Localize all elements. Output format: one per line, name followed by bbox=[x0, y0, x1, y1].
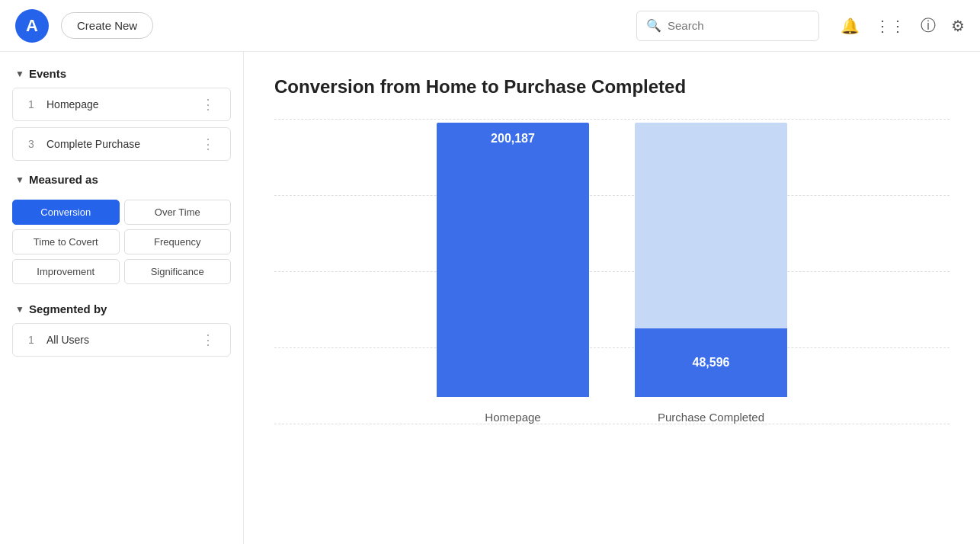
event-num-3: 3 bbox=[28, 138, 39, 150]
measured-chevron-icon: ▼ bbox=[15, 174, 24, 185]
app-header: A Create New 🔍 🔔 ⋮⋮ ⓘ ⚙ bbox=[0, 0, 980, 52]
segment-name-all-users: All Users bbox=[46, 334, 89, 346]
measure-btn-significance[interactable]: Significance bbox=[124, 259, 232, 284]
segmented-section-label: Segmented by bbox=[29, 302, 107, 315]
bar-value-homepage: 200,187 bbox=[491, 132, 535, 146]
search-icon: 🔍 bbox=[646, 18, 661, 33]
measure-btn-frequency[interactable]: Frequency bbox=[124, 229, 232, 254]
event-num-1: 1 bbox=[28, 98, 39, 110]
events-chevron-icon: ▼ bbox=[15, 69, 24, 79]
bar-homepage: 200,187 bbox=[437, 123, 589, 397]
events-section-header[interactable]: ▼ Events bbox=[0, 67, 243, 88]
segmented-section-header[interactable]: ▼ Segmented by bbox=[0, 302, 243, 323]
bar-xlabel-purchase: Purchase Completed bbox=[658, 411, 764, 424]
app-logo[interactable]: A bbox=[15, 9, 49, 43]
measured-section-label: Measured as bbox=[29, 173, 98, 186]
segmented-section: ▼ Segmented by 1 All Users ⋮ bbox=[0, 302, 243, 357]
chart-bars: 200,187 Homepage 48,596 bbox=[274, 119, 950, 424]
bar-wrapper-purchase: 48,596 bbox=[635, 123, 787, 397]
event-item-homepage[interactable]: 1 Homepage ⋮ bbox=[12, 88, 231, 121]
measured-section: ▼ Measured as Conversion Over Time Time … bbox=[0, 173, 243, 290]
sidebar: ▼ Events 1 Homepage ⋮ 3 Complete Purchas… bbox=[0, 52, 244, 544]
grid-icon[interactable]: ⋮⋮ bbox=[875, 17, 905, 35]
measured-section-header[interactable]: ▼ Measured as bbox=[0, 173, 243, 194]
chart-area: Conversion from Home to Purchase Complet… bbox=[244, 52, 980, 544]
event-name-complete-purchase: Complete Purchase bbox=[46, 138, 140, 150]
events-list: 1 Homepage ⋮ 3 Complete Purchase ⋮ bbox=[0, 88, 243, 161]
measure-btn-improvement[interactable]: Improvement bbox=[12, 259, 120, 284]
bar-value-purchase: 48,596 bbox=[693, 356, 730, 370]
chart-container: 200,187 Homepage 48,596 bbox=[274, 119, 950, 485]
event-more-icon-homepage[interactable]: ⋮ bbox=[201, 96, 215, 113]
bar-wrapper-homepage: 200,187 bbox=[437, 123, 589, 397]
bar-group-homepage: 200,187 Homepage bbox=[437, 123, 589, 424]
bar-xlabel-homepage: Homepage bbox=[485, 411, 540, 424]
segment-num-1: 1 bbox=[28, 334, 39, 346]
measure-btn-time-to-covert[interactable]: Time to Covert bbox=[12, 229, 120, 254]
event-more-icon-purchase[interactable]: ⋮ bbox=[201, 136, 215, 152]
bar-group-purchase: 48,596 Purchase Completed bbox=[635, 123, 787, 424]
help-icon[interactable]: ⓘ bbox=[921, 15, 936, 36]
grid-line-bottom bbox=[274, 424, 950, 424]
search-box: 🔍 bbox=[636, 11, 819, 41]
header-icons: 🔔 ⋮⋮ ⓘ ⚙ bbox=[841, 15, 965, 36]
bar-purchase-bottom: 48,596 bbox=[635, 328, 787, 397]
chart-title: Conversion from Home to Purchase Complet… bbox=[274, 76, 950, 98]
segment-more-icon[interactable]: ⋮ bbox=[201, 331, 215, 348]
settings-icon[interactable]: ⚙ bbox=[951, 17, 965, 35]
notification-icon[interactable]: 🔔 bbox=[841, 17, 860, 35]
event-item-complete-purchase[interactable]: 3 Complete Purchase ⋮ bbox=[12, 127, 231, 161]
event-name-homepage: Homepage bbox=[46, 98, 99, 110]
measure-btn-conversion[interactable]: Conversion bbox=[12, 200, 120, 225]
segment-item-all-users[interactable]: 1 All Users ⋮ bbox=[12, 323, 231, 357]
measure-btn-over-time[interactable]: Over Time bbox=[124, 200, 232, 225]
search-input[interactable] bbox=[668, 19, 809, 32]
measured-grid: Conversion Over Time Time to Covert Freq… bbox=[0, 194, 243, 290]
bar-purchase-two-parts: 48,596 bbox=[635, 123, 787, 397]
main-layout: ▼ Events 1 Homepage ⋮ 3 Complete Purchas… bbox=[0, 52, 980, 544]
segmented-chevron-icon: ▼ bbox=[15, 304, 24, 315]
create-new-button[interactable]: Create New bbox=[61, 12, 153, 39]
events-section-label: Events bbox=[29, 67, 66, 80]
bar-purchase-top bbox=[635, 123, 787, 328]
